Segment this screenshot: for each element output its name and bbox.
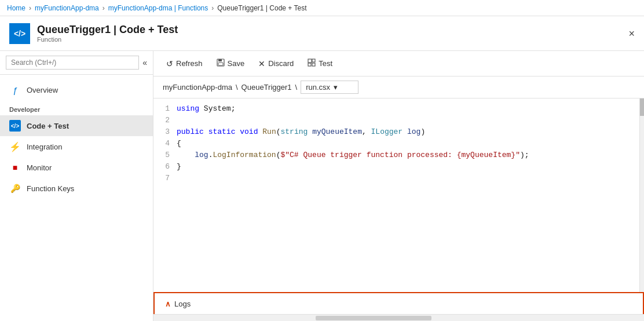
bottom-scrollbar[interactable] [153, 314, 644, 321]
svg-rect-6 [312, 63, 315, 66]
logs-bar[interactable]: ∧ Logs [153, 292, 644, 314]
code-line-7: 7 [153, 173, 644, 184]
editor-scrollbar-thumb [640, 99, 644, 116]
overview-icon: ƒ [9, 84, 21, 96]
path-sep-2: \ [295, 83, 298, 92]
sidebar-item-code-test[interactable]: </> Code + Test [0, 115, 153, 136]
path-function: QueueTrigger1 [241, 83, 292, 92]
test-label: Test [319, 59, 332, 68]
test-icon [308, 59, 316, 68]
breadcrumb-app[interactable]: myFunctionApp-dma [35, 4, 99, 12]
integration-icon: ⚡ [9, 141, 21, 152]
path-sep-1: \ [236, 83, 238, 92]
save-button[interactable]: Save [211, 55, 251, 72]
sidebar-item-monitor[interactable]: ■ Monitor [0, 157, 153, 178]
close-button[interactable]: × [628, 27, 635, 39]
toolbar: ↺ Refresh Save ✕ Discard [153, 51, 644, 76]
svg-rect-2 [218, 63, 223, 65]
line-num-2: 2 [153, 115, 177, 126]
line-num-4: 4 [153, 138, 177, 149]
save-label: Save [228, 59, 245, 68]
code-content-6: } [177, 161, 644, 173]
breadcrumb-sep-3: › [211, 4, 214, 12]
main-layout: « ƒ Overview Developer </> Code + Test ⚡… [0, 51, 644, 321]
code-content-4: { [177, 138, 644, 149]
code-test-icon: </> [9, 120, 21, 132]
line-num-3: 3 [153, 126, 177, 138]
code-line-6: 6 } [153, 161, 644, 173]
test-button[interactable]: Test [302, 55, 338, 72]
code-editor[interactable]: 1 using System; 2 3 public static void R… [153, 99, 644, 292]
breadcrumb-sep-2: › [103, 4, 105, 12]
collapse-button[interactable]: « [142, 58, 147, 67]
discard-label: Discard [268, 59, 294, 68]
breadcrumb-functions[interactable]: myFunctionApp-dma | Functions [108, 4, 208, 12]
line-num-6: 6 [153, 161, 177, 173]
editor-area: 1 using System; 2 3 public static void R… [153, 99, 644, 321]
path-app: myFunctionApp-dma [163, 83, 232, 92]
line-num-7: 7 [153, 173, 177, 184]
svg-rect-5 [308, 63, 311, 66]
code-line-3: 3 public static void Run(string myQueueI… [153, 126, 644, 138]
breadcrumb-sep-1: › [29, 4, 31, 12]
bottom-scrollbar-thumb [316, 316, 431, 320]
logs-label: Logs [174, 300, 191, 308]
breadcrumb: Home › myFunctionApp-dma › myFunctionApp… [0, 0, 644, 16]
refresh-button[interactable]: ↺ Refresh [160, 56, 208, 72]
code-line-2: 2 [153, 115, 644, 126]
line-num-5: 5 [153, 149, 177, 161]
refresh-label: Refresh [176, 59, 203, 68]
discard-icon: ✕ [258, 59, 265, 68]
code-test-label: Code + Test [27, 122, 69, 130]
code-line-4: 4 { [153, 138, 644, 149]
code-line-1: 1 using System; [153, 103, 644, 115]
code-line-5: 5 log.LogInformation($"C# Queue trigger … [153, 149, 644, 161]
code-content-3: public static void Run(string myQueueIte… [177, 126, 644, 138]
integration-label: Integration [27, 143, 62, 151]
function-keys-icon: 🔑 [9, 183, 21, 194]
monitor-label: Monitor [27, 163, 52, 172]
chevron-down-icon: ▾ [334, 83, 338, 92]
sidebar-item-function-keys[interactable]: 🔑 Function Keys [0, 178, 153, 199]
file-name: run.csx [306, 83, 330, 92]
refresh-icon: ↺ [166, 59, 173, 68]
sidebar-nav: ƒ Overview Developer </> Code + Test ⚡ I… [0, 75, 153, 203]
code-content-1: using System; [177, 103, 644, 115]
sidebar-item-overview[interactable]: ƒ Overview [0, 79, 153, 100]
save-icon [217, 59, 225, 68]
svg-rect-3 [308, 59, 312, 63]
file-select-dropdown[interactable]: run.csx ▾ [301, 81, 358, 94]
developer-section-label: Developer [0, 100, 153, 115]
sidebar-search-container: « [0, 51, 153, 75]
monitor-icon: ■ [9, 162, 21, 173]
page-header: </> QueueTrigger1 | Code + Test Function… [0, 16, 644, 51]
page-subtitle: Function [37, 36, 178, 43]
search-input[interactable] [6, 56, 139, 70]
line-num-1: 1 [153, 103, 177, 115]
discard-button[interactable]: ✕ Discard [253, 56, 299, 72]
code-content-5: log.LogInformation($"C# Queue trigger fu… [177, 149, 644, 161]
sidebar-item-integration[interactable]: ⚡ Integration [0, 136, 153, 157]
breadcrumb-home[interactable]: Home [7, 4, 25, 12]
svg-rect-1 [218, 59, 222, 61]
editor-scrollbar[interactable] [639, 99, 644, 292]
breadcrumb-current: QueueTrigger1 | Code + Test [217, 4, 306, 12]
content-area: ↺ Refresh Save ✕ Discard [153, 51, 644, 321]
path-bar: myFunctionApp-dma \ QueueTrigger1 \ run.… [153, 76, 644, 99]
sidebar: « ƒ Overview Developer </> Code + Test ⚡… [0, 51, 153, 321]
overview-label: Overview [27, 86, 58, 94]
function-icon: </> [9, 23, 30, 44]
function-keys-label: Function Keys [27, 184, 74, 193]
svg-rect-4 [312, 59, 315, 62]
logs-chevron-icon: ∧ [165, 300, 171, 308]
page-title: QueueTrigger1 | Code + Test [37, 24, 178, 36]
